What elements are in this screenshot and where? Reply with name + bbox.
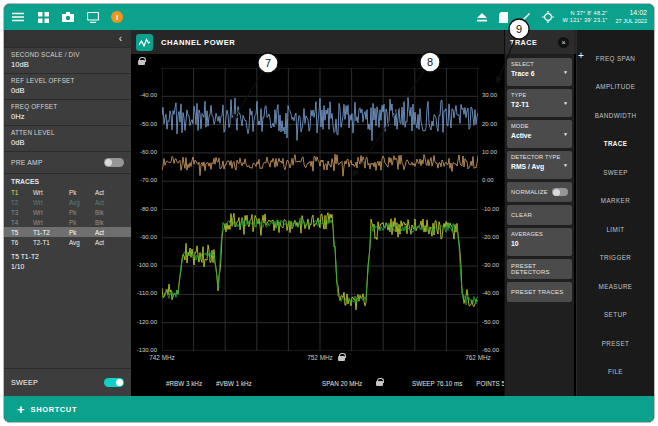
menu-item-limit[interactable]: LIMIT — [577, 215, 654, 244]
preamp-toggle[interactable] — [104, 158, 124, 167]
shortcut-button[interactable]: SHORTCUT — [31, 405, 77, 414]
storage-card-icon[interactable] — [497, 10, 511, 24]
sidebar-collapse-button[interactable]: ‹ — [4, 30, 131, 47]
y-right-tick: -60.00 — [482, 347, 499, 353]
menu-icon[interactable] — [11, 10, 25, 24]
trace-row-t6[interactable]: T6T2-T1AvgAct — [4, 237, 131, 247]
y-right-tick: -40.00 — [482, 290, 499, 296]
menu-item-freq-span[interactable]: FREQ SPAN — [577, 44, 654, 73]
x-tick-start: 742 MHz — [139, 354, 185, 361]
y-left-tick: -70.00 — [140, 177, 157, 183]
sweep-toggle[interactable] — [104, 378, 124, 387]
stylus-icon[interactable] — [519, 10, 533, 24]
sidebar-item-second-scale[interactable]: SECOND SCALE / DIV 10dB — [4, 47, 131, 73]
menu-item-measure[interactable]: MEASURE — [577, 272, 654, 301]
menu-item-marker[interactable]: MARKER — [577, 187, 654, 216]
type-dropdown[interactable]: TYPE T2-T1 ▼ — [507, 89, 572, 117]
chart-plot[interactable] — [162, 68, 478, 351]
y-left-tick: -120.00 — [137, 319, 157, 325]
info-icon[interactable]: i — [111, 11, 123, 23]
param-label: FREQ OFFSET — [11, 103, 124, 110]
frequency-lock-icon — [338, 356, 345, 361]
rbw-value: #RBW 3 kHz — [166, 380, 202, 387]
plus-icon[interactable]: + — [17, 402, 25, 417]
active-trace-status: T5 T1-T2 1/10 — [4, 249, 131, 275]
trace-row-t3[interactable]: T3WrtPkBlk — [4, 207, 131, 217]
y-right-tick: 20.00 — [482, 121, 497, 127]
menu-item-setup[interactable]: SETUP — [577, 301, 654, 330]
y-right-tick: 10.00 — [482, 149, 497, 155]
menu-item-sweep[interactable]: SWEEP — [577, 158, 654, 187]
menu-item-bandwidth[interactable]: BANDWIDTH — [577, 101, 654, 130]
y-right-tick: -10.00 — [482, 206, 499, 212]
mode-dropdown[interactable]: MODE Active ▼ — [507, 120, 572, 148]
param-value: 0dB — [11, 86, 124, 95]
menu-item-preset[interactable]: PRESET — [577, 329, 654, 358]
status-sidebar: ‹ SECOND SCALE / DIV 10dB REF LEVEL OFFS… — [4, 30, 131, 396]
sweep-time-value: SWEEP 76.10 ms — [412, 380, 462, 387]
gps-icon[interactable] — [541, 10, 555, 24]
span-lock-icon — [376, 381, 383, 386]
eject-icon[interactable] — [475, 10, 489, 24]
display-icon[interactable] — [86, 10, 100, 24]
system-topbar: i N 37° 8' 48.2" W 121° 39' 23.1" 14:02 … — [4, 4, 654, 30]
averages-field[interactable]: AVERAGES 10 — [507, 228, 572, 256]
trace-row-t1[interactable]: T1WrtPkAct — [4, 187, 131, 197]
amplitude-lock-icon — [138, 60, 145, 65]
menu-item-trace[interactable]: TRACE — [577, 130, 654, 159]
chevron-down-icon: ▼ — [563, 131, 568, 137]
y-left-tick: -60.00 — [140, 149, 157, 155]
trace-panel-header: TRACE × — [505, 30, 574, 54]
analyzer-screen: i N 37° 8' 48.2" W 121° 39' 23.1" 14:02 … — [4, 4, 654, 422]
preset-detectors-button[interactable]: PRESET DETECTORS — [507, 259, 572, 279]
chevron-left-icon: ‹ — [119, 34, 122, 44]
y-left-tick: -130.00 — [137, 347, 157, 353]
param-label: ATTEN LEVEL — [11, 129, 124, 136]
y-left-tick: -80.00 — [140, 206, 157, 212]
y-axis-right-ticks: 30.0020.0010.000.00-10.00-20.00-30.00-40… — [480, 68, 506, 351]
param-value: 0dB — [11, 138, 124, 147]
y-right-tick: -20.00 — [482, 234, 499, 240]
clear-button[interactable]: CLEAR — [507, 205, 572, 225]
apps-grid-icon[interactable] — [36, 10, 50, 24]
select-dropdown[interactable]: SELECT Trace 6 ▼ — [507, 58, 572, 86]
y-left-tick: -40.00 — [140, 92, 157, 98]
main-menu: FREQ SPAN AMPLITUDE BANDWIDTH TRACE SWEE… — [576, 30, 654, 396]
y-left-tick: -100.00 — [137, 262, 157, 268]
chevron-down-icon: ▼ — [563, 100, 568, 106]
menu-item-amplitude[interactable]: AMPLITUDE — [577, 73, 654, 102]
param-label: SECOND SCALE / DIV — [11, 51, 124, 58]
sidebar-item-atten-level[interactable]: ATTEN LEVEL 0dB — [4, 125, 131, 151]
preset-traces-button[interactable]: PRESET TRACES — [507, 282, 572, 302]
add-marker-button[interactable]: + — [578, 51, 584, 61]
trace-row-t5[interactable]: T5T1-T2PkAct — [4, 227, 131, 237]
preamp-row: PRE AMP — [4, 151, 131, 173]
detector-type-dropdown[interactable]: DETECTOR TYPE RMS / Avg ▼ — [507, 151, 572, 179]
y-right-tick: 0.00 — [482, 177, 494, 183]
traces-header: TRACES — [4, 173, 131, 186]
close-icon[interactable]: × — [558, 37, 569, 48]
y-axis-left-ticks: -40.00-50.00-60.00-70.00-80.00-90.00-100… — [131, 68, 159, 351]
span-value: SPAN 20 MHz — [322, 380, 362, 387]
sweep-row: SWEEP — [4, 368, 131, 396]
chevron-down-icon: ▼ — [563, 162, 568, 168]
trace-row-t2[interactable]: T2WrtAvgAct — [4, 197, 131, 207]
y-right-tick: 30.00 — [482, 92, 497, 98]
trace-panel: TRACE × SELECT Trace 6 ▼ TYPE T2-T1 ▼ MO… — [504, 30, 574, 396]
param-value: 10dB — [11, 60, 124, 69]
menu-item-file[interactable]: FILE — [577, 358, 654, 387]
trace-row-t4[interactable]: T4WrtPkBlk — [4, 217, 131, 227]
sidebar-item-ref-level-offset[interactable]: REF LEVEL OFFSET 0dB — [4, 73, 131, 99]
sidebar-item-freq-offset[interactable]: FREQ OFFSET 0Hz — [4, 99, 131, 125]
clock: 14:02 27 JUL 2022 — [615, 9, 647, 25]
x-tick-center: 752 MHz — [297, 354, 343, 361]
camera-icon[interactable] — [61, 10, 75, 24]
normalize-toggle[interactable] — [552, 188, 568, 196]
shortcut-bar: + SHORTCUT — [4, 396, 654, 422]
param-value: 0Hz — [11, 112, 124, 121]
menu-item-trigger[interactable]: TRIGGER — [577, 244, 654, 273]
y-left-tick: -110.00 — [137, 290, 157, 296]
average-count: 1/10 — [11, 262, 124, 272]
vbw-value: #VBW 1 kHz — [216, 380, 252, 387]
measurement-view-icon[interactable] — [136, 34, 153, 51]
